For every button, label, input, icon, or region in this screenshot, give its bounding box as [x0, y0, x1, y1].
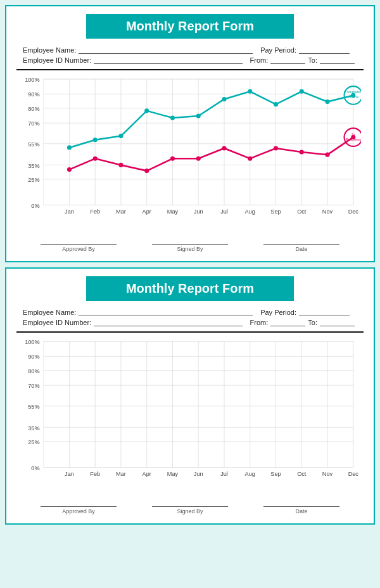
svg-point-57 — [170, 157, 175, 161]
svg-point-48 — [248, 89, 252, 94]
date-label-1: Date — [295, 246, 307, 252]
employee-name-label-1: Employee Name: — [23, 46, 76, 54]
approved-by-field-2: Approved By — [41, 506, 117, 514]
svg-text:Dec: Dec — [348, 471, 359, 477]
svg-text:Oct: Oct — [297, 208, 307, 215]
svg-text:Jun: Jun — [194, 208, 203, 215]
svg-text:35%: 35% — [28, 163, 39, 169]
approved-by-line-2 — [41, 506, 117, 507]
to-line-2 — [320, 319, 355, 326]
svg-text:Jun: Jun — [194, 471, 203, 477]
report-card-1: Monthly Report Form Employee Name: Pay P… — [5, 5, 375, 262]
svg-point-59 — [222, 146, 226, 150]
svg-point-53 — [67, 167, 72, 172]
svg-text:Dec: Dec — [348, 208, 359, 215]
svg-text:35%: 35% — [28, 425, 39, 431]
svg-text:90%: 90% — [28, 91, 39, 98]
svg-point-62 — [300, 150, 304, 154]
svg-text:25%: 25% — [28, 439, 39, 445]
svg-text:100%: 100% — [25, 339, 39, 345]
signed-by-field-2: Signed By — [152, 506, 228, 514]
svg-text:May: May — [167, 471, 179, 477]
svg-point-51 — [325, 99, 329, 104]
svg-text:Mar: Mar — [116, 208, 126, 215]
svg-text:Apr: Apr — [142, 208, 151, 215]
form-row-id-1: Employee ID Number: From: To: — [23, 56, 357, 64]
report-card-2: Monthly Report Form Employee Name: Pay P… — [5, 267, 375, 525]
svg-text:May: May — [167, 208, 179, 215]
from-line-2 — [270, 319, 305, 326]
date-line-2 — [263, 506, 339, 507]
svg-text:Feb: Feb — [90, 471, 100, 477]
employee-id-line-2 — [94, 319, 242, 326]
svg-text:Jul: Jul — [220, 471, 228, 477]
employee-id-label-1: Employee ID Number: — [23, 56, 91, 64]
svg-point-61 — [274, 146, 278, 150]
chart-svg-1: 100% 90% 80% 70% 55% 35% 25% 0% Jan Feb — [19, 74, 361, 226]
svg-text:70%: 70% — [28, 120, 39, 127]
svg-text:Completed: Completed — [344, 89, 361, 94]
svg-point-58 — [196, 157, 201, 161]
date-line-1 — [263, 244, 339, 245]
signed-by-field-1: Signed By — [152, 244, 228, 252]
approved-by-line-1 — [41, 244, 117, 245]
employee-id-line-1 — [94, 56, 242, 64]
chart-container-1: 100% 90% 80% 70% 55% 35% 25% 0% Jan Feb — [16, 74, 364, 239]
svg-text:Aug: Aug — [245, 208, 255, 215]
from-line-1 — [270, 56, 305, 64]
svg-text:55%: 55% — [28, 141, 39, 148]
svg-text:Nov: Nov — [322, 471, 333, 477]
pay-period-label-2: Pay Period: — [260, 309, 296, 316]
svg-point-60 — [248, 157, 252, 161]
signed-by-label-2: Signed By — [177, 508, 203, 514]
svg-point-56 — [144, 169, 149, 173]
signed-by-label-1: Signed By — [177, 246, 203, 252]
date-field-1: Date — [263, 244, 339, 252]
date-field-2: Date — [263, 506, 339, 514]
chart-container-2: 100% 90% 80% 70% 55% 35% 25% 0% Jan Feb — [16, 336, 364, 501]
svg-text:Jan: Jan — [65, 208, 74, 215]
svg-text:Mar: Mar — [116, 471, 126, 477]
svg-point-54 — [93, 157, 98, 161]
report-title-2: Monthly Report Form — [86, 276, 294, 301]
svg-point-42 — [93, 137, 98, 142]
svg-text:Feb: Feb — [90, 208, 100, 215]
signature-row-1: Approved By Signed By Date — [16, 244, 364, 252]
from-label-1: From: — [250, 56, 269, 64]
svg-text:Forms: Forms — [348, 94, 358, 99]
svg-text:Apr: Apr — [142, 471, 151, 477]
employee-name-line-2 — [79, 309, 253, 316]
form-row-name-2: Employee Name: Pay Period: — [23, 309, 357, 316]
employee-id-label-2: Employee ID Number: — [23, 319, 91, 326]
report-title-1: Monthly Report Form — [86, 14, 294, 39]
svg-text:Nov: Nov — [322, 208, 333, 215]
employee-name-line-1 — [79, 46, 253, 54]
svg-text:80%: 80% — [28, 368, 39, 374]
to-label-1: To: — [308, 56, 317, 64]
employee-name-label-2: Employee Name: — [23, 309, 76, 316]
svg-text:Sep: Sep — [270, 208, 281, 215]
svg-point-46 — [196, 113, 201, 118]
svg-text:In: In — [352, 132, 355, 136]
svg-point-45 — [170, 115, 175, 120]
svg-text:90%: 90% — [28, 354, 39, 360]
form-row-id-2: Employee ID Number: From: To: — [23, 319, 357, 326]
form-fields-2: Employee Name: Pay Period: Employee ID N… — [16, 309, 364, 326]
svg-text:100%: 100% — [25, 77, 39, 83]
svg-text:55%: 55% — [28, 404, 39, 410]
approved-by-label-2: Approved By — [62, 508, 95, 514]
pay-period-line-1 — [299, 46, 350, 54]
svg-text:0%: 0% — [31, 465, 39, 471]
svg-text:0%: 0% — [31, 203, 39, 209]
signed-by-line-1 — [152, 244, 228, 245]
svg-point-50 — [300, 89, 304, 94]
pay-period-label-1: Pay Period: — [260, 46, 296, 54]
divider-1 — [16, 69, 364, 70]
svg-point-43 — [118, 134, 123, 138]
svg-text:70%: 70% — [28, 383, 39, 389]
svg-point-41 — [67, 145, 72, 150]
svg-text:Oct: Oct — [297, 471, 307, 477]
signature-row-2: Approved By Signed By Date — [16, 506, 364, 514]
svg-text:80%: 80% — [28, 106, 39, 112]
to-line-1 — [320, 56, 355, 64]
